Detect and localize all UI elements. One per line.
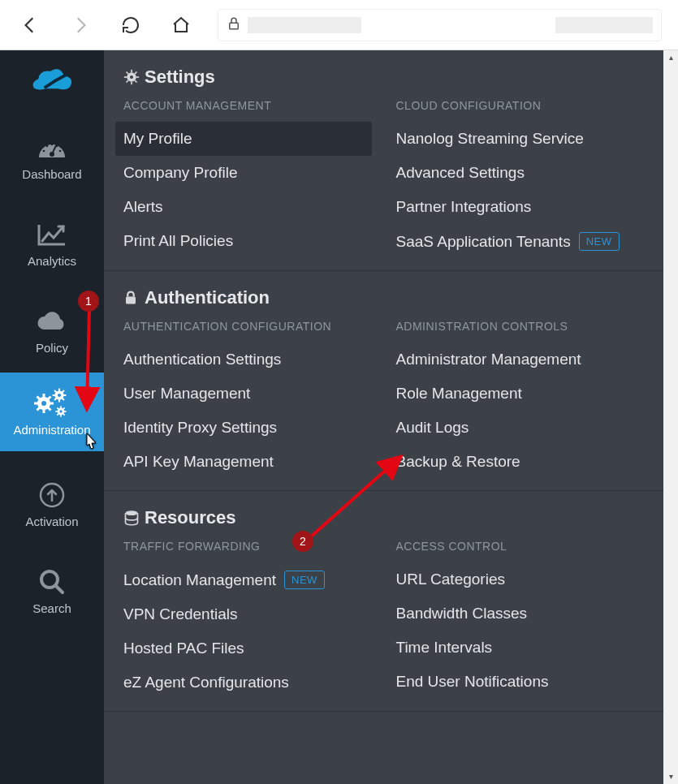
- svg-rect-23: [63, 394, 67, 396]
- settings-column: AUTHENTICATION CONFIGURATIONAuthenticati…: [123, 320, 372, 479]
- gears-icon: [0, 387, 104, 420]
- menu-link-partner-integrations[interactable]: Partner Integrations: [388, 190, 645, 224]
- column-header: ADMINISTRATION CONTROLS: [396, 320, 645, 333]
- menu-link-label: Hosted PAC Files: [123, 640, 244, 657]
- home-button[interactable]: [167, 11, 195, 39]
- menu-link-saas-application-tenants[interactable]: SaaS Application TenantsNEW: [388, 224, 645, 259]
- section-header: Resources: [123, 507, 644, 528]
- svg-point-4: [46, 145, 49, 148]
- column-header: ACCESS CONTROL: [396, 540, 645, 553]
- lock-icon: [227, 16, 241, 33]
- settings-column: ACCOUNT MANAGEMENTMy ProfileCompany Prof…: [123, 99, 372, 259]
- svg-rect-22: [53, 394, 56, 396]
- vertical-scrollbar[interactable]: ▴ ▾: [663, 50, 678, 784]
- svg-rect-30: [60, 406, 62, 408]
- svg-rect-32: [55, 411, 58, 412]
- svg-point-19: [58, 394, 61, 397]
- menu-link-vpn-credentials[interactable]: VPN Credentials: [115, 597, 372, 631]
- menu-link-label: Partner Integrations: [396, 198, 532, 216]
- svg-rect-42: [131, 70, 132, 72]
- settings-column: ADMINISTRATION CONTROLSAdministrator Man…: [396, 320, 645, 479]
- svg-rect-44: [124, 76, 127, 78]
- svg-rect-20: [58, 389, 60, 392]
- svg-point-29: [59, 410, 62, 412]
- menu-link-label: Role Management: [396, 385, 522, 403]
- menu-link-print-all-policies[interactable]: Print All Policies: [115, 224, 372, 258]
- sidebar-rail: Dashboard Analytics Policy Administrat: [0, 50, 104, 784]
- menu-link-end-user-notifications[interactable]: End User Notifications: [388, 665, 645, 699]
- svg-rect-43: [131, 82, 132, 84]
- settings-column: ACCESS CONTROLURL CategoriesBandwidth Cl…: [396, 540, 645, 700]
- menu-link-location-management[interactable]: Location ManagementNEW: [115, 562, 372, 597]
- sidebar-item-label: Policy: [0, 341, 104, 355]
- forward-button[interactable]: [67, 11, 94, 39]
- menu-link-label: My Profile: [123, 130, 192, 148]
- back-button[interactable]: [16, 11, 44, 39]
- menu-link-user-management[interactable]: User Management: [115, 377, 372, 411]
- menu-link-alerts[interactable]: Alerts: [115, 190, 372, 224]
- menu-link-company-profile[interactable]: Company Profile: [115, 156, 372, 190]
- svg-rect-50: [126, 297, 136, 304]
- upload-circle-icon: [0, 479, 104, 511]
- search-icon: [0, 566, 104, 598]
- scroll-down-icon[interactable]: ▾: [663, 769, 678, 784]
- section-title: Settings: [145, 67, 215, 88]
- chart-line-icon: [0, 218, 104, 251]
- administration-flyout-panel: SettingsACCOUNT MANAGEMENTMy ProfileComp…: [104, 50, 663, 784]
- svg-rect-33: [64, 411, 67, 412]
- menu-link-ez-agent-configurations[interactable]: eZ Agent Configurations: [115, 666, 372, 700]
- address-bar[interactable]: [218, 9, 662, 41]
- menu-link-hosted-pac-files[interactable]: Hosted PAC Files: [115, 631, 372, 666]
- menu-link-nanolog-streaming-service[interactable]: Nanolog Streaming Service: [388, 122, 645, 156]
- menu-link-my-profile[interactable]: My Profile: [115, 122, 372, 156]
- sidebar-item-label: Activation: [0, 515, 104, 528]
- svg-rect-45: [136, 76, 139, 78]
- menu-link-url-categories[interactable]: URL Categories: [388, 562, 645, 597]
- menu-link-audit-logs[interactable]: Audit Logs: [388, 411, 645, 445]
- svg-rect-12: [34, 403, 38, 405]
- gear-icon: [123, 69, 145, 85]
- sidebar-item-dashboard[interactable]: Dashboard: [0, 120, 104, 191]
- menu-link-time-intervals[interactable]: Time Intervals: [388, 631, 645, 665]
- column-header: CLOUD CONFIGURATION: [396, 99, 645, 112]
- sidebar-item-analytics[interactable]: Analytics: [0, 207, 104, 278]
- settings-column: CLOUD CONFIGURATIONNanolog Streaming Ser…: [396, 99, 645, 259]
- menu-link-label: eZ Agent Configurations: [123, 674, 289, 691]
- sidebar-item-label: Administration: [0, 423, 104, 437]
- svg-point-6: [56, 145, 58, 148]
- menu-link-label: Print All Policies: [123, 232, 233, 250]
- menu-link-label: Nanolog Streaming Service: [396, 130, 584, 148]
- menu-link-api-key-management[interactable]: API Key Management: [115, 445, 372, 479]
- column-header: TRAFFIC FORWARDING: [123, 540, 372, 553]
- reload-button[interactable]: [117, 11, 145, 39]
- sidebar-item-search[interactable]: Search: [0, 554, 104, 625]
- svg-point-41: [130, 75, 133, 79]
- svg-point-7: [59, 150, 62, 153]
- sidebar-item-administration[interactable]: Administration: [0, 373, 104, 451]
- settings-column: TRAFFIC FORWARDINGLocation ManagementNEW…: [123, 540, 372, 700]
- menu-link-identity-proxy-settings[interactable]: Identity Proxy Settings: [115, 411, 372, 445]
- svg-point-5: [51, 144, 54, 146]
- scroll-up-icon[interactable]: ▴: [663, 50, 678, 65]
- sidebar-item-policy[interactable]: Policy: [0, 294, 104, 364]
- menu-link-label: URL Categories: [396, 571, 505, 588]
- new-badge: NEW: [579, 232, 620, 251]
- sidebar-item-label: Search: [0, 601, 104, 615]
- settings-section: ResourcesTRAFFIC FORWARDINGLocation Mana…: [104, 491, 663, 712]
- sidebar-item-activation[interactable]: Activation: [0, 467, 104, 538]
- menu-link-label: Identity Proxy Settings: [123, 419, 277, 437]
- menu-link-bandwidth-classes[interactable]: Bandwidth Classes: [388, 597, 645, 631]
- menu-link-administrator-management[interactable]: Administrator Management: [388, 342, 645, 377]
- menu-link-advanced-settings[interactable]: Advanced Settings: [388, 156, 645, 190]
- menu-link-backup-restore[interactable]: Backup & Restore: [388, 445, 645, 479]
- column-header: ACCOUNT MANAGEMENT: [123, 99, 372, 112]
- gauge-icon: [0, 131, 104, 164]
- svg-rect-0: [230, 23, 239, 29]
- menu-link-role-management[interactable]: Role Management: [388, 377, 645, 411]
- scroll-track[interactable]: [663, 65, 678, 769]
- database-icon: [123, 510, 145, 526]
- address-blur: [248, 17, 361, 33]
- menu-link-label: VPN Credentials: [123, 605, 237, 623]
- menu-link-authentication-settings[interactable]: Authentication Settings: [115, 342, 372, 377]
- svg-rect-10: [43, 394, 45, 398]
